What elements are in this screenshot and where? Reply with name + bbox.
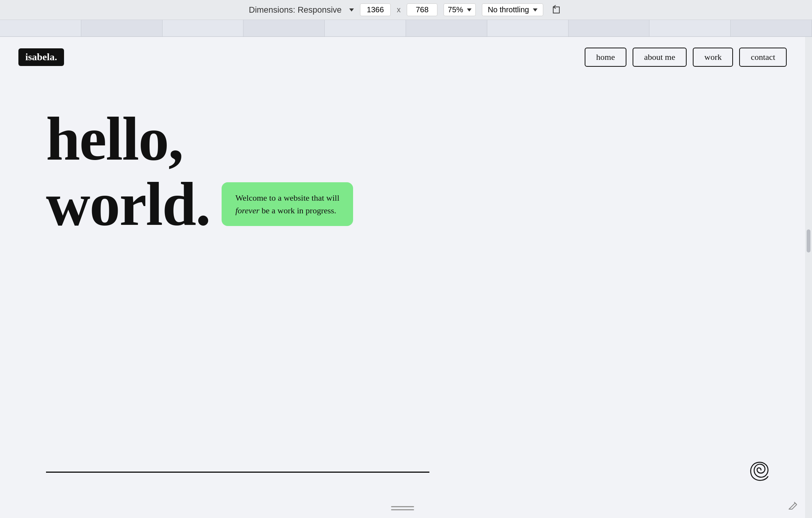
website-preview: isabela. home about me work contact hell…: [0, 37, 805, 518]
throttle-chevron-icon: [533, 8, 537, 12]
hero-world-row: world. Welcome to a website that willfor…: [46, 173, 774, 235]
tab-10[interactable]: [731, 20, 812, 36]
nav-about-button[interactable]: about me: [633, 48, 687, 67]
spiral-icon: [748, 457, 774, 487]
tab-6[interactable]: [406, 20, 487, 36]
hero-section: hello, world. Welcome to a website that …: [0, 78, 805, 250]
scrollbar-thumb[interactable]: [807, 229, 810, 252]
browser-toolbar: Dimensions: Responsive x 75% No throttli…: [0, 0, 812, 20]
drag-line-1: [391, 506, 414, 507]
welcome-text: Welcome to a website that willforever be…: [235, 191, 339, 217]
main-wrapper: isabela. home about me work contact hell…: [0, 37, 812, 518]
tab-7[interactable]: [487, 20, 569, 36]
tab-1[interactable]: [0, 20, 81, 36]
tab-9[interactable]: [649, 20, 731, 36]
bottom-section: [0, 457, 805, 487]
welcome-box: Welcome to a website that willforever be…: [222, 182, 353, 226]
throttle-label: No throttling: [488, 5, 529, 14]
throttle-dropdown[interactable]: No throttling: [482, 3, 543, 16]
scrollbar[interactable]: [805, 37, 812, 518]
edit-icon[interactable]: [787, 500, 798, 513]
tab-8[interactable]: [569, 20, 650, 36]
tab-5[interactable]: [325, 20, 406, 36]
site-navbar: isabela. home about me work contact: [0, 37, 805, 78]
height-input[interactable]: [407, 3, 437, 16]
width-input[interactable]: [360, 3, 391, 16]
browser-tab-bar: [0, 20, 812, 37]
dimensions-label: Dimensions: Responsive: [249, 5, 342, 15]
zoom-dropdown[interactable]: 75%: [444, 3, 476, 16]
tab-2[interactable]: [81, 20, 163, 36]
drag-handle[interactable]: [391, 506, 414, 510]
bottom-divider-line: [46, 472, 429, 473]
dimensions-dropdown-icon[interactable]: [349, 8, 354, 12]
tab-3[interactable]: [163, 20, 244, 36]
rotate-icon[interactable]: [549, 3, 563, 17]
drag-line-2: [391, 509, 414, 510]
nav-work-button[interactable]: work: [693, 48, 733, 67]
hero-world-text: world.: [46, 173, 210, 235]
zoom-chevron-icon: [467, 8, 472, 12]
tab-4[interactable]: [243, 20, 325, 36]
nav-links: home about me work contact: [585, 48, 787, 67]
nav-home-button[interactable]: home: [585, 48, 626, 67]
zoom-value: 75%: [448, 5, 463, 14]
dimension-separator: x: [397, 5, 401, 14]
site-logo[interactable]: isabela.: [18, 48, 64, 66]
hero-hello-text: hello,: [46, 108, 774, 170]
nav-contact-button[interactable]: contact: [739, 48, 787, 67]
